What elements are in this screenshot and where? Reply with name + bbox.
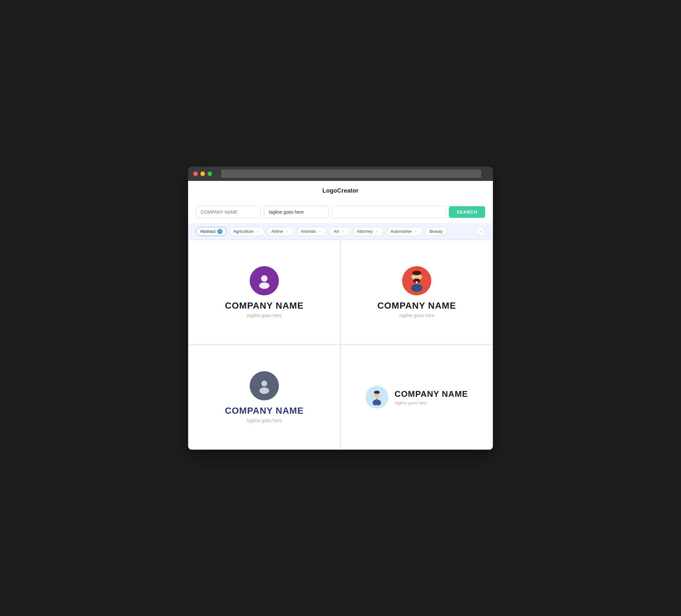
logo4-text-group: COMPANY NAME tagline goes here [395,389,468,405]
tagline-3: tagline goes here [247,418,281,423]
company-name-1: COMPANY NAME [225,301,304,311]
svg-point-5 [411,284,423,292]
logo-icon-1 [250,266,279,296]
logo-icon-4 [365,386,388,409]
filter-label: Agriculture [233,229,254,234]
filter-chip-abstract[interactable]: Abstract ✓ [196,227,227,236]
app-window: LogoCreator SEARCH Abstract ✓ Agricultur… [188,166,493,450]
svg-point-0 [261,275,268,282]
filter-label: Beauty [429,229,442,234]
svg-point-9 [261,381,267,386]
keyword-input[interactable] [332,206,446,218]
check-icon-art: ✓ [341,229,346,234]
company-name-4: COMPANY NAME [395,389,468,399]
svg-point-12 [374,391,380,394]
logo-grid: COMPANY NAME tagline goes here [188,239,493,450]
filter-label: Airline [272,229,283,234]
logo-card-3[interactable]: COMPANY NAME tagline goes here [189,345,340,449]
filter-chip-animals[interactable]: Animals ✓ [297,227,327,236]
tagline-4: tagline goes here [395,401,468,405]
check-icon-automotive: ✓ [413,229,418,234]
check-icon-agriculture: ✓ [255,229,260,234]
app-title: LogoCreator [322,187,358,194]
close-btn[interactable] [193,172,198,176]
check-icon-animals: ✓ [318,229,323,234]
filter-chip-agriculture[interactable]: Agriculture ✓ [229,227,264,236]
svg-point-3 [412,271,421,275]
logo-card-1[interactable]: COMPANY NAME tagline goes here [189,240,340,344]
filter-chip-automotive[interactable]: Automotive ✓ [386,227,423,236]
minimize-btn[interactable] [200,172,205,176]
titlebar [188,166,493,181]
filter-label: Animals [301,229,316,234]
logo-card-2[interactable]: COMPANY NAME tagline goes here [341,240,492,344]
logo-card-4[interactable]: COMPANY NAME tagline goes here [341,345,492,449]
filter-label: Art [334,229,339,234]
filter-label: Automotive [390,229,411,234]
filter-label: Attorney [357,229,373,234]
filter-chip-beauty[interactable]: Beauty [425,227,447,236]
svg-point-7 [411,276,413,278]
filter-label: Abstract [200,229,216,234]
tagline-input[interactable] [264,206,329,218]
svg-point-1 [259,282,270,289]
search-bar: SEARCH [188,201,493,223]
company-name-input[interactable] [196,206,261,218]
check-icon-abstract: ✓ [217,229,223,234]
filter-chip-attorney[interactable]: Attorney ✓ [353,227,384,236]
tagline-1: tagline goes here [247,313,281,318]
filter-bar: Abstract ✓ Agriculture ✓ Airline ✓ Anima… [188,223,493,239]
company-name-3: COMPANY NAME [225,406,304,416]
tagline-2: tagline goes here [399,313,434,318]
filter-chip-airline[interactable]: Airline ✓ [267,227,294,236]
filter-next-arrow[interactable]: → [476,227,485,236]
filter-chip-art[interactable]: Art ✓ [329,227,350,236]
search-button[interactable]: SEARCH [449,206,485,218]
app-header: LogoCreator [188,181,493,201]
svg-point-10 [259,387,269,394]
svg-point-8 [420,276,422,278]
company-name-2: COMPANY NAME [377,301,456,311]
check-icon-airline: ✓ [285,229,290,234]
url-bar[interactable] [221,170,481,178]
maximize-btn[interactable] [207,172,212,176]
app-content: LogoCreator SEARCH Abstract ✓ Agricultur… [188,181,493,450]
check-icon-attorney: ✓ [374,229,379,234]
logo-icon-2 [402,266,431,296]
logo-icon-3 [250,371,279,401]
